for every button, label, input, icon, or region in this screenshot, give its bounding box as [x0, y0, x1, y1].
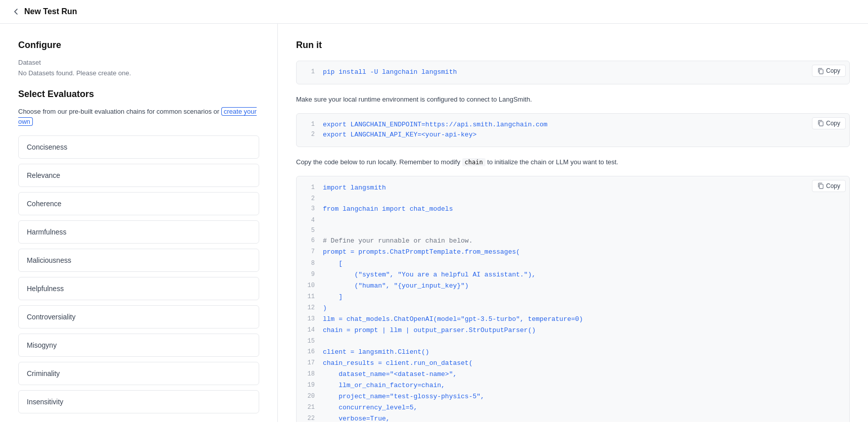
line-number: 22 — [305, 413, 315, 422]
evaluator-item[interactable]: Helpfulness — [18, 277, 259, 300]
code-block-2-wrapper: 1 export LANGCHAIN_ENDPOINT=https://api.… — [296, 113, 850, 148]
line-number: 15 — [305, 336, 315, 346]
copy-button-2[interactable]: Copy — [812, 117, 846, 129]
evaluator-item[interactable]: Insensitivity — [18, 390, 259, 413]
select-evaluators-title: Select Evaluators — [18, 89, 259, 100]
line-content: llm = chat_models.ChatOpenAI(model="gpt-… — [323, 314, 583, 325]
line-content: export LANGCHAIN_API_KEY=<your-api-key> — [323, 130, 476, 140]
line-number: 19 — [305, 380, 315, 391]
line-content: ("system", "You are a helpful AI assista… — [323, 269, 536, 280]
code-line: 4 — [305, 215, 809, 225]
line-number: 9 — [305, 269, 315, 280]
dataset-empty-message: No Datasets found. Please create one. — [18, 69, 259, 77]
evaluator-item[interactable]: Criminality — [18, 362, 259, 385]
line-number: 1 — [305, 120, 315, 130]
evaluator-item[interactable]: Maliciousness — [18, 249, 259, 272]
code-line: 1 pip install -U langchain langsmith — [305, 67, 809, 78]
line-content: concurrency_level=5, — [323, 402, 417, 413]
line-content: chain = prompt | llm | output_parser.Str… — [323, 325, 536, 336]
line-number: 4 — [305, 215, 315, 225]
copy-icon — [817, 68, 824, 74]
line-number: 17 — [305, 358, 315, 369]
code-line: 3from langchain import chat_models — [305, 204, 809, 215]
code-block-1-wrapper: 1 pip install -U langchain langsmith Cop… — [296, 61, 850, 84]
copy-label-2: Copy — [826, 120, 840, 127]
run-it-title: Run it — [296, 40, 850, 51]
code-line: 19 llm_or_chain_factory=chain, — [305, 380, 809, 391]
line-number: 8 — [305, 258, 315, 269]
line-number: 18 — [305, 369, 315, 380]
main-layout: Configure Dataset No Datasets found. Ple… — [0, 24, 868, 422]
line-content: # Define your runnable or chain below. — [323, 236, 472, 247]
line-content: pip install -U langchain langsmith — [323, 67, 457, 78]
code-line: 9 ("system", "You are a helpful AI assis… — [305, 269, 809, 280]
line-content: dataset_name="<dataset-name>", — [323, 369, 457, 380]
line-number: 2 — [305, 130, 315, 140]
line-number: 16 — [305, 347, 315, 358]
line-number: 7 — [305, 247, 315, 258]
page-header: New Test Run — [0, 0, 868, 24]
line-number: 21 — [305, 402, 315, 413]
code-block-3-wrapper: 1import langsmith23from langchain import… — [296, 176, 850, 422]
line-content: project_name="test-glossy-physics-5", — [323, 391, 485, 402]
line-number: 1 — [305, 182, 315, 194]
evaluator-item[interactable]: Harmfulness — [18, 220, 259, 244]
copy-icon — [817, 120, 824, 126]
code-line: 8 [ — [305, 258, 809, 269]
code-line: 22 verbose=True, — [305, 413, 809, 422]
code-line: 17chain_results = client.run_on_dataset( — [305, 358, 809, 369]
code-line: 20 project_name="test-glossy-physics-5", — [305, 391, 809, 402]
evaluator-item[interactable]: Controversiality — [18, 305, 259, 328]
code-line: 1import langsmith — [305, 182, 809, 194]
evaluator-item[interactable]: Relevance — [18, 164, 259, 187]
line-content: ] — [323, 292, 343, 303]
code-block-2: 1 export LANGCHAIN_ENDPOINT=https://api.… — [296, 113, 850, 148]
line-number: 10 — [305, 280, 315, 292]
line-number: 5 — [305, 225, 315, 236]
prose-text-1: Make sure your local runtime environment… — [296, 95, 850, 105]
copy-button-1[interactable]: Copy — [812, 65, 846, 77]
line-number: 2 — [305, 194, 315, 204]
line-number: 6 — [305, 236, 315, 247]
code-line: 6# Define your runnable or chain below. — [305, 236, 809, 247]
code-block-1: 1 pip install -U langchain langsmith — [296, 61, 850, 84]
line-number: 12 — [305, 303, 315, 314]
code-block-3: 1import langsmith23from langchain import… — [296, 176, 850, 422]
right-panel: Run it 1 pip install -U langchain langsm… — [278, 24, 868, 422]
evaluators-description: Choose from our pre-built evaluation cha… — [18, 107, 259, 126]
prose2-prefix: Copy the code below to run locally. Reme… — [296, 158, 460, 166]
line-number: 1 — [305, 67, 315, 78]
code-line: 14chain = prompt | llm | output_parser.S… — [305, 325, 809, 336]
evaluator-item[interactable]: Misogyny — [18, 334, 259, 357]
code-line: 12) — [305, 303, 809, 314]
code-line: 13llm = chat_models.ChatOpenAI(model="gp… — [305, 314, 809, 325]
evaluators-list: ConcisenessRelevanceCoherenceHarmfulness… — [18, 135, 259, 413]
prose2-code: chain — [462, 158, 486, 166]
svg-rect-1 — [819, 122, 823, 126]
code-line: 11 ] — [305, 292, 809, 303]
line-content: client = langsmith.Client() — [323, 347, 429, 358]
code-line: 5 — [305, 225, 809, 236]
evaluator-item[interactable]: Coherence — [18, 192, 259, 215]
line-number: 3 — [305, 204, 315, 215]
back-button[interactable] — [12, 8, 20, 16]
svg-rect-0 — [819, 69, 823, 73]
dataset-label: Dataset — [18, 59, 259, 66]
copy-label-3: Copy — [826, 182, 840, 190]
code-line: 16client = langsmith.Client() — [305, 347, 809, 358]
line-content: import langsmith — [323, 182, 386, 194]
evaluators-desc-plain: Choose from our pre-built evaluation cha… — [18, 108, 219, 115]
code-line: 2 — [305, 194, 809, 204]
evaluator-item[interactable]: Conciseness — [18, 135, 259, 159]
code-line: 2 export LANGCHAIN_API_KEY=<your-api-key… — [305, 130, 809, 140]
line-number: 13 — [305, 314, 315, 325]
line-content: chain_results = client.run_on_dataset( — [323, 358, 472, 369]
line-content: ("human", "{your_input_key}") — [323, 280, 469, 292]
left-panel: Configure Dataset No Datasets found. Ple… — [0, 24, 278, 422]
page-title: New Test Run — [24, 7, 77, 16]
copy-button-3[interactable]: Copy — [812, 180, 846, 192]
line-content: export LANGCHAIN_ENDPOINT=https://api.sm… — [323, 120, 548, 130]
svg-rect-2 — [819, 184, 823, 189]
line-content: llm_or_chain_factory=chain, — [323, 380, 445, 391]
line-number: 20 — [305, 391, 315, 402]
